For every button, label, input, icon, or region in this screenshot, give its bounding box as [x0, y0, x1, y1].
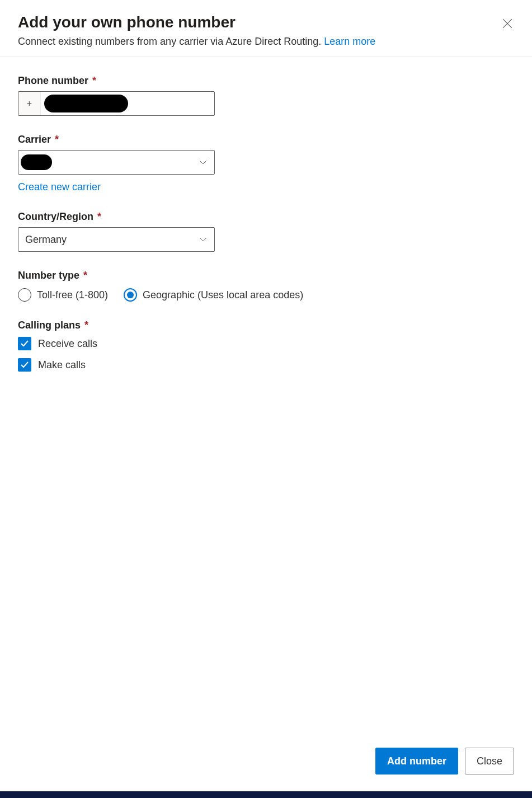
checkbox-box-checked: [18, 337, 31, 350]
checkmark-icon: [20, 360, 29, 369]
number-type-field: Number type * Toll-free (1-800) Geograph…: [18, 270, 514, 302]
carrier-label: Carrier *: [18, 134, 514, 145]
checkbox-receive-calls[interactable]: Receive calls: [18, 337, 514, 350]
radio-circle: [18, 288, 31, 302]
carrier-value-redacted: [21, 154, 52, 170]
calling-plans-label: Calling plans *: [18, 320, 514, 331]
required-asterisk: *: [90, 75, 96, 86]
number-type-radio-group: Toll-free (1-800) Geographic (Uses local…: [18, 288, 514, 302]
radio-label-toll-free: Toll-free (1-800): [37, 289, 108, 301]
required-asterisk: *: [52, 134, 59, 145]
carrier-select[interactable]: [18, 150, 215, 175]
radio-geographic[interactable]: Geographic (Uses local area codes): [124, 288, 303, 302]
phone-number-label-text: Phone number: [18, 75, 88, 86]
panel-header: Add your own phone number Connect existi…: [0, 0, 532, 57]
create-carrier-link[interactable]: Create new carrier: [18, 181, 101, 193]
calling-plans-label-text: Calling plans: [18, 320, 81, 331]
carrier-label-text: Carrier: [18, 134, 51, 145]
checkbox-label-receive: Receive calls: [38, 338, 97, 350]
learn-more-link[interactable]: Learn more: [324, 36, 375, 47]
close-button[interactable]: [501, 17, 514, 30]
phone-number-field: Phone number * +: [18, 75, 514, 116]
country-label-text: Country/Region: [18, 211, 93, 222]
page-title: Add your own phone number: [18, 13, 514, 31]
checkmark-icon: [20, 339, 29, 348]
radio-toll-free[interactable]: Toll-free (1-800): [18, 288, 108, 302]
required-asterisk: *: [82, 320, 88, 331]
country-label: Country/Region *: [18, 211, 514, 223]
bottom-bar: [0, 791, 532, 798]
subtitle-text: Connect existing numbers from any carrie…: [18, 36, 324, 47]
form-content: Phone number * + Carrier * Create new ca…: [0, 57, 532, 372]
radio-label-geographic: Geographic (Uses local area codes): [143, 289, 303, 301]
number-type-label: Number type *: [18, 270, 514, 281]
page-subtitle: Connect existing numbers from any carrie…: [18, 36, 514, 48]
calling-plans-field: Calling plans * Receive calls Make calls: [18, 320, 514, 372]
phone-number-input-wrap[interactable]: +: [18, 91, 215, 116]
phone-number-label: Phone number *: [18, 75, 514, 87]
checkbox-label-make: Make calls: [38, 359, 86, 371]
country-value: Germany: [25, 234, 199, 246]
required-asterisk: *: [95, 211, 101, 222]
required-asterisk: *: [81, 270, 87, 281]
chevron-down-icon: [199, 235, 208, 244]
add-number-button[interactable]: Add number: [375, 748, 458, 774]
checkbox-make-calls[interactable]: Make calls: [18, 358, 514, 372]
panel-footer: Add number Close: [375, 748, 514, 774]
chevron-down-icon: [199, 158, 208, 167]
close-button-footer[interactable]: Close: [465, 748, 514, 774]
radio-circle-selected: [124, 288, 137, 302]
phone-prefix: +: [18, 92, 41, 115]
number-type-label-text: Number type: [18, 270, 79, 281]
phone-number-redacted: [44, 95, 128, 112]
close-icon: [502, 18, 512, 29]
carrier-field: Carrier * Create new carrier: [18, 134, 514, 193]
country-field: Country/Region * Germany: [18, 211, 514, 252]
checkbox-box-checked: [18, 358, 31, 372]
country-select[interactable]: Germany: [18, 227, 215, 252]
calling-plans-checkbox-group: Receive calls Make calls: [18, 337, 514, 372]
radio-dot: [127, 292, 134, 298]
phone-input-container[interactable]: [41, 92, 214, 115]
